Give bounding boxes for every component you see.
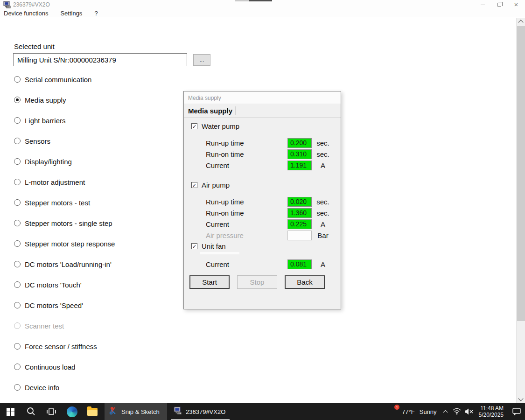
checkbox-air-pump[interactable]: ✓Air pump [191,181,341,189]
radio-icon [14,97,21,103]
radio-icon [14,199,21,206]
radio-icon [14,138,21,144]
test-option-label: Stepper motors - single step [25,219,112,227]
scroll-up-arrow[interactable] [517,18,525,26]
checkbox-unit-fan[interactable]: ✓Unit fan [191,242,341,250]
screen-edge-artifact-light [235,0,249,1]
test-option-label: Continuous load [25,363,75,371]
radio-icon [14,281,21,288]
test-option-label: Serial communication [25,76,91,84]
search-icon[interactable] [21,403,41,420]
weather-sun-icon: 1 [388,406,398,417]
file-explorer-icon[interactable] [82,403,103,420]
taskbar-app-snip-sketch[interactable]: Snip & Sketch [105,403,167,420]
minimize-button[interactable] [475,0,490,9]
measurement-label: Air pressure [206,231,287,239]
taskbar-app-vx2o[interactable]: 236379#VX2O [169,403,231,420]
radio-icon [14,364,21,370]
measurement-value-field[interactable]: 1.191 [287,161,312,170]
test-option-force-sensor-stiffness[interactable]: Force sensor / stiffness [14,336,168,357]
test-option-scanner-test: Scanner test [14,315,168,336]
measurement-unit: A [312,260,334,268]
wifi-icon[interactable] [451,403,463,420]
test-option-dc-motors-touch[interactable]: DC motors 'Touch' [14,274,168,295]
scroll-down-arrow[interactable] [517,395,525,403]
test-option-stepper-motors-single-step[interactable]: Stepper motors - single step [14,213,168,233]
test-option-label: DC motors 'Load/running-in' [25,260,112,268]
action-center-icon[interactable] [508,408,525,415]
taskbar-app-label: Snip & Sketch [121,408,160,415]
radio-icon [14,384,21,391]
close-button[interactable]: × [508,0,524,9]
test-option-light-barriers[interactable]: Light barriers [14,110,168,131]
measurement-value-field[interactable]: 0.020 [287,197,312,207]
radio-icon [14,322,21,329]
taskbar-app-label: 236379#VX2O [186,408,225,415]
menu-device-functions[interactable]: Device functions [4,10,48,17]
test-option-dc-motors-load-running-in[interactable]: DC motors 'Load/running-in' [14,254,168,274]
vertical-scrollbar[interactable] [516,18,525,403]
edge-browser-icon[interactable] [62,403,82,420]
measurement-row: Air pressureBar [191,230,341,241]
selected-unit-field[interactable] [13,53,187,66]
screen-edge-artifact-dark [249,0,272,1]
test-option-sensors[interactable]: Sensors [14,131,168,151]
test-option-stepper-motors-test[interactable]: Stepper motors - test [14,192,168,213]
measurement-label: Run-on time [206,150,287,158]
browse-unit-button[interactable]: ... [193,54,210,66]
test-option-stepper-motor-step-response[interactable]: Stepper motor step response [14,233,168,254]
checkbox-water-pump[interactable]: ✓Water pump [191,122,341,130]
measurement-label: Run-on time [206,209,287,217]
test-option-label: Force sensor / stiffness [25,343,97,350]
weather-widget[interactable]: 1 77°F Sunny [384,406,440,417]
tab-media-supply[interactable]: Media supply [188,107,232,115]
measurement-value-field[interactable]: 0.081 [287,259,312,269]
test-option-label: Stepper motors - test [25,199,90,207]
measurement-unit: sec. [312,150,334,158]
media-supply-dialog: Media supply Media supply ✓Water pumpRun… [183,91,341,309]
test-option-media-supply[interactable]: Media supply [14,90,168,110]
checkbox-label: Unit fan [202,242,226,250]
back-button[interactable]: Back [285,275,325,289]
menu-settings[interactable]: Settings [60,10,82,17]
start-button-windows[interactable] [0,403,21,420]
measurement-value-field [287,231,312,240]
measurement-value-field[interactable]: 0.310 [287,149,312,159]
clock[interactable]: 11:48 AM 5/20/2025 [475,405,508,418]
measurement-label: Run-up time [206,139,287,147]
test-option-label: Media supply [25,96,66,104]
restore-button[interactable] [491,0,507,9]
test-option-display-lighting[interactable]: Display/lighting [14,151,168,172]
test-option-device-info[interactable]: Device info [14,377,168,398]
start-button[interactable]: Start [189,275,230,289]
taskbar: Snip & Sketch 236379#VX2O 1 [0,403,525,420]
test-option-label: Scanner test [25,322,64,330]
measurement-value-field[interactable]: 0.200 [287,138,312,148]
test-option-label: L-motor adjustment [25,178,85,186]
checkbox-label: Water pump [202,122,239,130]
test-option-label: Device info [25,384,59,392]
test-option-l-motor-adjustment[interactable]: L-motor adjustment [14,172,168,192]
snip-sketch-icon [109,406,118,417]
test-option-continuous-load[interactable]: Continuous load [14,357,168,377]
vx2o-app-icon [174,406,182,417]
checkbox-label: Air pump [202,181,230,189]
menu-help[interactable]: ? [94,10,98,17]
measurement-row: Run-on time1.360sec. [191,207,341,218]
scrollbar-thumb[interactable] [517,26,525,321]
checkbox-icon: ✓ [191,182,197,188]
volume-muted-icon[interactable] [463,403,475,420]
app-window-icon [3,1,11,10]
task-view-icon[interactable] [41,403,62,420]
clock-date: 5/20/2025 [479,412,504,418]
test-option-dc-motors-speed[interactable]: DC motors 'Speed' [14,295,168,315]
measurement-value-field[interactable]: 0.225 [287,219,312,229]
measurement-unit: sec. [312,139,334,147]
measurement-unit: sec. [312,198,334,206]
measurement-label: Current [206,260,287,268]
weather-condition: Sunny [420,408,437,415]
test-option-serial-communication[interactable]: Serial communication [14,69,168,90]
show-hidden-icons-chevron[interactable] [441,403,451,420]
dialog-tab-strip: Media supply [184,104,341,118]
measurement-value-field[interactable]: 1.360 [287,208,312,218]
